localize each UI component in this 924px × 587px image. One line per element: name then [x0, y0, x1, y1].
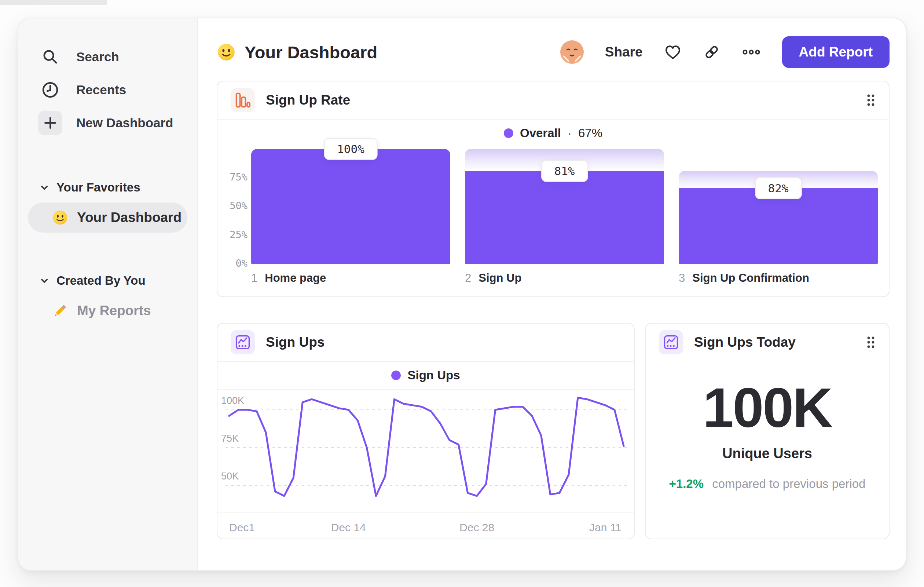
drag-handle-icon[interactable] [866, 335, 876, 349]
sidebar: Search Recents New Dashboard [18, 18, 198, 570]
card-header: Sign Ups Today [646, 324, 889, 361]
legend-dot [391, 370, 401, 380]
card-header: Sign Ups [218, 324, 634, 361]
plus-icon [38, 111, 62, 135]
sidebar-item-recents[interactable]: Recents [18, 73, 197, 106]
smiley-emoji [52, 210, 68, 226]
stat-label: Unique Users [646, 446, 889, 461]
more-options-icon[interactable] [742, 43, 761, 61]
header-actions: Share [560, 36, 889, 68]
funnel-segment-home-page[interactable]: 100% [251, 149, 450, 264]
funnel-segment-sign-up-confirmation[interactable]: 82% [679, 149, 878, 264]
legend-series: Overall [520, 126, 561, 140]
sidebar-item-label: Search [76, 50, 119, 64]
x-axis-tick: Jan 11 [589, 521, 622, 534]
y-axis-tick: 75K [221, 433, 239, 444]
funnel-step-label: 3Sign Up Confirmation [679, 271, 878, 285]
y-axis-tick: 25% [228, 229, 248, 240]
app-window: Search Recents New Dashboard [18, 18, 906, 571]
bar-chart-icon [231, 88, 255, 112]
main-content: Your Dashboard Share [198, 18, 906, 570]
background-window-edge [0, 0, 107, 5]
legend-separator: · [568, 126, 572, 140]
stat-delta: +1.2% [669, 477, 704, 491]
funnel-bar [679, 188, 878, 264]
funnel-bar [251, 149, 450, 264]
card-header: Sign Up Rate [218, 81, 889, 119]
sidebar-item-new-dashboard[interactable]: New Dashboard [18, 106, 197, 139]
step-number: 3 [679, 271, 685, 284]
stat-delta-row: +1.2% compared to previous period [646, 477, 889, 491]
page-header: Your Dashboard Share [217, 35, 889, 70]
share-button[interactable]: Share [605, 45, 643, 60]
sign-ups-card: Sign Ups Sign Ups 100K 75K 50K Dec1 D [217, 323, 635, 539]
legend-series: Sign Ups [408, 368, 460, 382]
funnel-segment-sign-up[interactable]: 81% [465, 149, 664, 264]
line-legend[interactable]: Sign Ups [218, 362, 634, 389]
smiley-emoji [217, 43, 236, 62]
step-name: Sign Up Confirmation [692, 271, 809, 284]
drag-handle-icon[interactable] [866, 93, 876, 107]
dashboard-row: Sign Ups Sign Ups 100K 75K 50K Dec1 D [217, 323, 889, 539]
funnel-tooltip: 82% [755, 177, 802, 199]
sidebar-item-label: My Reports [77, 303, 151, 318]
sidebar-item-your-dashboard[interactable]: Your Dashboard [28, 203, 187, 233]
line-series [226, 390, 627, 513]
line-x-axis: Dec1 Dec 14 Dec 28 Jan 11 [226, 513, 626, 539]
funnel-step-label: 1Home page [251, 271, 450, 285]
funnel-segments: 100% 81% 82% [251, 149, 878, 264]
sidebar-section-favorites: Your Favorites Your Dashboard [18, 175, 197, 233]
add-report-button[interactable]: Add Report [782, 36, 889, 68]
copy-link-icon[interactable] [703, 43, 721, 61]
step-name: Sign Up [478, 271, 521, 284]
sidebar-item-search[interactable]: Search [18, 40, 197, 73]
section-title: Your Favorites [56, 180, 140, 194]
funnel-legend[interactable]: Overall · 67% [218, 120, 889, 147]
step-name: Home page [265, 271, 326, 284]
y-axis-tick: 50K [221, 471, 239, 482]
funnel-chart[interactable]: 75% 50% 25% 0% 100% 81% [228, 149, 878, 264]
card-title: Sign Ups [266, 335, 325, 350]
clock-icon [38, 78, 62, 102]
card-title: Sign Up Rate [266, 93, 350, 108]
y-axis-tick: 50% [228, 200, 248, 211]
x-axis-tick: Dec 28 [459, 521, 494, 534]
line-chart[interactable]: 100K 75K 50K [218, 390, 634, 513]
sidebar-item-my-reports[interactable]: My Reports [28, 296, 187, 326]
stat-delta-note: compared to previous period [712, 477, 865, 491]
stat-body: 100K Unique Users +1.2% compared to prev… [646, 376, 889, 491]
funnel-tooltip: 100% [324, 138, 378, 160]
face-avatar[interactable] [560, 40, 584, 64]
x-axis-tick: Dec 14 [331, 521, 366, 534]
favorites-section-toggle[interactable]: Your Favorites [18, 175, 197, 200]
sign-ups-today-card: Sign Ups Today 100K Unique Users +1.2% [645, 323, 889, 539]
y-axis-tick: 0% [228, 258, 248, 269]
line-chart-icon [231, 330, 255, 354]
page-title: Your Dashboard [244, 42, 377, 62]
sidebar-item-label: Your Dashboard [77, 210, 182, 225]
step-number: 2 [465, 271, 471, 284]
legend-value: 67% [578, 126, 602, 140]
legend-dot [504, 128, 513, 138]
y-axis-tick: 75% [228, 171, 248, 183]
stat-value: 100K [646, 376, 889, 440]
funnel-tooltip: 81% [541, 160, 588, 182]
pencil-emoji [52, 303, 68, 319]
line-chart-icon [659, 330, 683, 354]
section-title: Created By You [56, 274, 145, 288]
step-number: 1 [251, 271, 257, 284]
card-title: Sign Ups Today [694, 335, 796, 350]
created-by-you-section-toggle[interactable]: Created By You [18, 269, 197, 293]
favorite-heart-icon[interactable] [664, 43, 681, 61]
funnel-bar [465, 171, 664, 264]
funnel-step-label: 2Sign Up [465, 271, 664, 285]
x-axis-tick: Dec1 [229, 521, 255, 534]
funnel-x-axis: 1Home page 2Sign Up 3Sign Up Confirmatio… [228, 271, 878, 285]
chevron-down-icon [40, 276, 49, 285]
sidebar-item-label: Recents [76, 83, 126, 97]
sign-up-rate-card: Sign Up Rate Overall · 67% 75% 50% [217, 81, 889, 297]
sidebar-section-created-by-you: Created By You My Reports [18, 269, 197, 326]
y-axis-tick: 100K [221, 395, 244, 407]
chevron-down-icon [40, 183, 49, 192]
sidebar-item-label: New Dashboard [76, 116, 173, 130]
